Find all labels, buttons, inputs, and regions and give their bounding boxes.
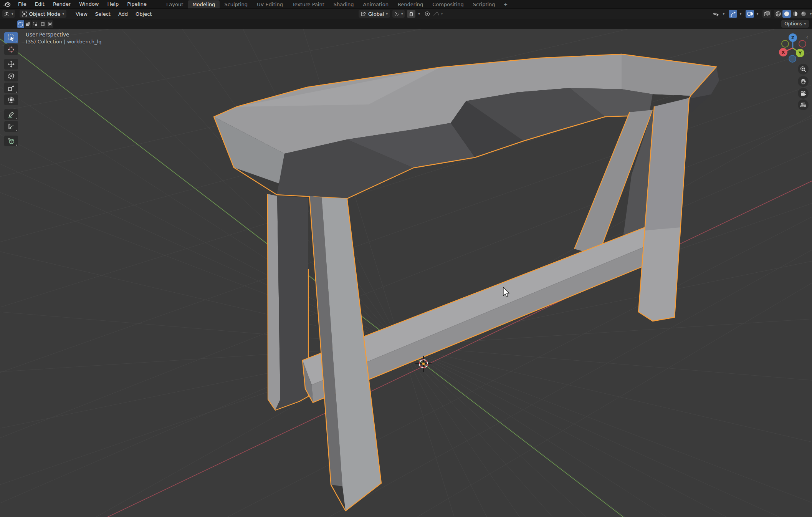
show-overlays-toggle[interactable] [746,10,754,18]
select-mode-extend[interactable] [25,20,32,28]
perspective-grid-icon [800,102,806,108]
menu-object[interactable]: Object [132,11,155,17]
x-axis-line [88,181,812,517]
mode-dropdown[interactable]: Object Mode ▾ [20,10,66,18]
pivot-point-dropdown[interactable]: ▾ [392,10,405,18]
rendered-sphere-icon [800,11,807,17]
workbench-object[interactable] [214,54,719,511]
gizmo-y-label: Y [798,51,802,56]
shading-material-button[interactable] [791,10,799,18]
blender-window: File Edit Render Window Help Pipeline La… [0,0,812,517]
camera-icon [800,91,807,96]
blender-logo-icon[interactable] [3,1,11,7]
shading-wireframe-button[interactable] [774,10,782,18]
tool-annotate[interactable] [4,109,18,120]
tool-add-cube[interactable] [4,136,18,146]
tab-rendering[interactable]: Rendering [393,0,428,8]
overlays-chevron[interactable]: ▾ [755,10,760,18]
object-mode-icon [22,12,27,17]
proportional-falloff-dropdown[interactable]: ▾ [432,10,444,18]
toggle-ortho-button[interactable] [798,99,809,110]
toggle-xray-button[interactable] [762,10,771,18]
editor-3d-viewport-icon [4,11,10,17]
falloff-curve-icon [433,12,439,16]
zoom-button[interactable] [798,64,809,75]
menu-select[interactable]: Select [91,11,114,17]
menu-pipeline[interactable]: Pipeline [123,0,151,8]
tab-layout[interactable]: Layout [162,0,188,8]
menu-add[interactable]: Add [114,11,132,17]
options-dropdown[interactable]: Options ▾ [781,20,809,28]
navigation-gizmo[interactable]: Z X Y [774,31,810,68]
menu-file[interactable]: File [14,0,31,8]
camera-view-button[interactable] [798,88,809,99]
shading-rendered-button[interactable] [799,10,808,18]
tool-rotate[interactable] [4,71,18,81]
hand-icon [800,78,806,85]
gizmo-axis-neg-y[interactable] [782,40,789,47]
tool-transform[interactable] [4,94,18,105]
collection-object-label: (35) Collection | workbench_lq [26,39,101,45]
editor-type-button[interactable]: ▾ [2,10,15,18]
scene-canvas [0,29,812,517]
show-object-types-dropdown[interactable] [712,10,720,18]
topbar: File Edit Render Window Help Pipeline La… [0,0,812,9]
select-mode-intersect[interactable] [46,20,53,28]
chevron-down-icon: ▾ [757,12,759,16]
orientation-global-icon [361,12,366,17]
menu-render[interactable]: Render [49,0,75,8]
options-label: Options [784,21,802,27]
gizmo-axis-neg-z[interactable] [789,55,796,62]
viewport-3d[interactable]: User Perspective (35) Collection | workb… [0,29,812,517]
tool-measure[interactable] [4,121,18,132]
menu-window[interactable]: Window [75,0,103,8]
tool-select-box[interactable] [4,32,18,43]
tab-compositing[interactable]: Compositing [428,0,468,8]
overlays-icon [747,11,753,17]
viewport-header: ▾ Object Mode ▾ View Select Add Object G… [0,9,812,19]
view-perspective-label: User Perspective [26,31,69,38]
chevron-down-icon: ▾ [386,12,388,16]
chevron-down-icon: ▾ [804,22,806,26]
menu-help[interactable]: Help [103,0,123,8]
tool-scale[interactable] [4,83,18,93]
mode-label: Object Mode [29,11,61,17]
tab-modeling[interactable]: Modeling [188,0,220,8]
menu-edit[interactable]: Edit [31,0,49,8]
xray-icon [764,11,770,17]
shading-solid-button[interactable] [782,10,791,18]
select-mode-subtract[interactable] [32,20,39,28]
proportional-editing-icon [425,11,430,17]
tab-sculpting[interactable]: Sculpting [220,0,252,8]
snapping-dropdown[interactable]: ▾ [416,10,422,18]
gizmo-axis-neg-x[interactable] [799,40,806,47]
transform-orientation-dropdown[interactable]: Global ▾ [359,10,390,18]
tool-move[interactable] [4,59,18,70]
material-sphere-icon [792,11,798,17]
tool-settings-bar: Options ▾ [0,19,812,29]
sidebar-toggle[interactable]: ‹ [806,35,808,40]
chevron-down-icon: ▾ [418,12,420,16]
select-mode-invert[interactable] [39,20,46,28]
solid-sphere-icon [784,11,790,17]
shading-dropdown[interactable]: ▾ [808,10,812,18]
chevron-down-icon: ▾ [810,12,812,16]
object-types-chevron[interactable]: ▾ [721,10,726,18]
menu-view[interactable]: View [72,11,91,17]
tab-scripting[interactable]: Scripting [468,0,500,8]
magnet-icon [408,11,414,17]
gizmo-arrow-icon [730,11,736,17]
workspace-tabs: Layout Modeling Sculpting UV Editing Tex… [162,0,511,8]
add-workspace-button[interactable]: + [500,2,512,7]
pan-button[interactable] [798,76,809,87]
tab-shading[interactable]: Shading [329,0,359,8]
tab-animation[interactable]: Animation [359,0,393,8]
select-mode-set[interactable] [17,20,25,28]
gizmo-chevron[interactable]: ▾ [738,10,743,18]
show-gizmo-toggle[interactable] [729,10,737,18]
proportional-editing-toggle[interactable] [423,10,432,18]
tab-uv-editing[interactable]: UV Editing [252,0,288,8]
snap-toggle[interactable] [407,10,415,18]
tool-cursor[interactable] [4,44,18,55]
tab-texture-paint[interactable]: Texture Paint [288,0,329,8]
